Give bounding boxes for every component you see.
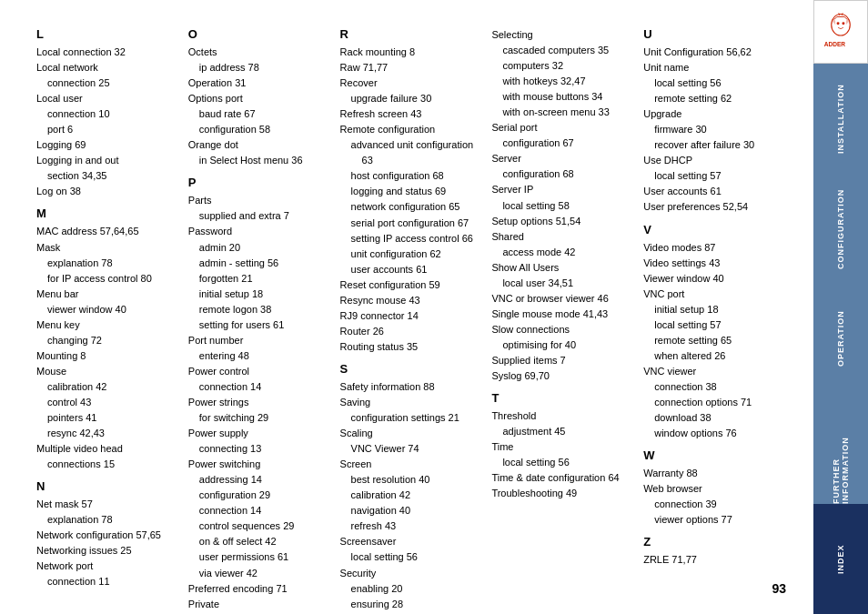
index-entry: with mouse buttons 34 xyxy=(491,89,634,105)
index-entry: Options port xyxy=(188,91,331,106)
index-entry: upgrade failure 30 xyxy=(340,91,483,106)
section-letter-t: T xyxy=(491,391,634,405)
index-entry: connection 11 xyxy=(36,574,179,589)
index-entry: addressing 14 xyxy=(188,472,331,488)
index-entry: viewer window 40 xyxy=(36,302,179,317)
index-entry: Logging 69 xyxy=(36,137,179,153)
index-entry: admin - setting 56 xyxy=(188,256,331,271)
section-letter-s: S xyxy=(340,362,483,376)
index-entry: remote setting 62 xyxy=(643,91,786,106)
index-entry: ZRLE 71,77 xyxy=(643,552,786,568)
index-entry: viewer options 77 xyxy=(643,512,786,528)
index-entry: in Select Host menu 36 xyxy=(188,153,331,168)
sidebar-logo: ADDER xyxy=(813,0,868,64)
sidebar-tab-further-information[interactable]: FURTHER INFORMATION xyxy=(813,394,868,504)
index-entry: Time & date configuration 64 xyxy=(491,470,634,486)
index-entry: on & off select 42 xyxy=(188,534,331,549)
index-entry: user permissions 61 xyxy=(188,549,331,565)
index-entry: configuration 58 xyxy=(188,122,331,137)
index-entry: Power control xyxy=(188,364,331,379)
index-entry: supplied and extra 7 xyxy=(188,208,331,224)
index-entry: Threshold xyxy=(491,408,634,424)
index-entry: User accounts 61 xyxy=(643,184,786,199)
index-entry: control sequences 29 xyxy=(188,518,331,534)
sidebar-tabs: INSTALLATIONCONFIGURATIONOPERATIONFURTHE… xyxy=(813,64,868,614)
index-entry: Network configuration 57,65 xyxy=(36,528,179,543)
index-entry: Private xyxy=(188,597,331,612)
index-entry: local setting 57 xyxy=(643,168,786,184)
section-letter-u: U xyxy=(643,27,786,41)
index-entry: window options 76 xyxy=(643,426,786,441)
main-content: LLocal connection 32Local networkconnect… xyxy=(0,0,813,614)
index-entry: connection 25 xyxy=(36,75,179,91)
section-letter-v: V xyxy=(643,223,786,237)
index-entry: best resolution 40 xyxy=(340,472,483,488)
sidebar-tab-index[interactable]: INDEX xyxy=(813,504,868,614)
index-entry: configuration 68 xyxy=(491,166,634,182)
sidebar: ADDER INSTALLATIONCONFIGURATIONOPERATION… xyxy=(813,0,868,614)
index-column-col-s2: Selectingcascaded computers 35computers … xyxy=(491,27,643,614)
index-entry: Use DHCP xyxy=(643,153,786,168)
index-entry: ip address 78 xyxy=(188,60,331,75)
index-entry: Parts xyxy=(188,193,331,208)
index-entry: User preferences 52,54 xyxy=(643,199,786,215)
index-entry: resync 42,43 xyxy=(36,426,179,441)
index-entry: Power strings xyxy=(188,395,331,410)
index-entry: control 43 xyxy=(36,395,179,410)
index-entry: Troubleshooting 49 xyxy=(491,486,634,501)
section-letter-r: R xyxy=(340,27,483,41)
index-entry: Mask xyxy=(36,240,179,256)
index-entry: setting for users 61 xyxy=(188,317,331,333)
index-entry: enabling 20 xyxy=(340,581,483,597)
index-entry: download 38 xyxy=(643,410,786,426)
index-entry: Network port xyxy=(36,559,179,574)
index-entry: Unit name xyxy=(643,60,786,75)
index-entry: Remote configuration xyxy=(340,122,483,137)
sidebar-tab-installation[interactable]: INSTALLATION xyxy=(813,64,868,174)
index-entry: Local network xyxy=(36,60,179,75)
index-entry: VNC Viewer 74 xyxy=(340,441,483,457)
index-entry: Show All Users xyxy=(491,260,634,276)
index-entry: Password xyxy=(188,224,331,239)
index-entry: 63 xyxy=(340,153,483,168)
section-letter-l: L xyxy=(36,27,179,41)
index-entry: admin 20 xyxy=(188,240,331,256)
index-entry: user accounts 61 xyxy=(340,262,483,277)
index-entry: local user 34,51 xyxy=(491,276,634,291)
index-entry: Power supply xyxy=(188,426,331,441)
index-entry: optimising for 40 xyxy=(491,337,634,353)
index-entry: connecting 13 xyxy=(188,441,331,457)
index-entry: Screen xyxy=(340,457,483,472)
index-entry: firmware 30 xyxy=(643,122,786,137)
index-entry: explanation 78 xyxy=(36,256,179,271)
adder-logo-icon: ADDER xyxy=(821,9,861,55)
index-entry: Setup options 51,54 xyxy=(491,214,634,229)
index-column-col-r: RRack mounting 8Raw 71,77Recoverupgrade … xyxy=(340,27,492,614)
index-entry: entering 48 xyxy=(188,348,331,364)
index-column-col-l: LLocal connection 32Local networkconnect… xyxy=(36,27,188,614)
page: LLocal connection 32Local networkconnect… xyxy=(0,0,868,614)
sidebar-tab-configuration[interactable]: CONFIGURATION xyxy=(813,174,868,284)
index-columns: LLocal connection 32Local networkconnect… xyxy=(36,27,795,614)
index-entry: Selecting xyxy=(491,27,634,43)
index-entry: ensuring 28 xyxy=(340,597,483,612)
index-entry: configuration 29 xyxy=(188,488,331,503)
index-entry: remote logon 38 xyxy=(188,302,331,317)
index-entry: Networking issues 25 xyxy=(36,543,179,559)
index-entry: connection options 71 xyxy=(643,395,786,410)
index-entry: RJ9 connector 14 xyxy=(340,308,483,324)
sidebar-tab-operation[interactable]: OPERATION xyxy=(813,284,868,394)
index-entry: Log on 38 xyxy=(36,184,179,199)
index-entry: Reset configuration 59 xyxy=(340,277,483,293)
index-entry: Serial port xyxy=(491,120,634,136)
section-letter-z: Z xyxy=(643,535,786,549)
index-entry: connections 15 xyxy=(36,457,179,472)
index-entry: adjustment 45 xyxy=(491,424,634,439)
index-entry: section 34,35 xyxy=(36,168,179,184)
index-column-col-u: UUnit Configuration 56,62Unit namelocal … xyxy=(643,27,795,614)
section-letter-n: N xyxy=(36,479,179,493)
index-entry: network configuration 65 xyxy=(340,199,483,215)
index-entry: local setting 57 xyxy=(643,317,786,333)
index-entry: Operation 31 xyxy=(188,75,331,91)
index-entry: Unit Configuration 56,62 xyxy=(643,45,786,60)
